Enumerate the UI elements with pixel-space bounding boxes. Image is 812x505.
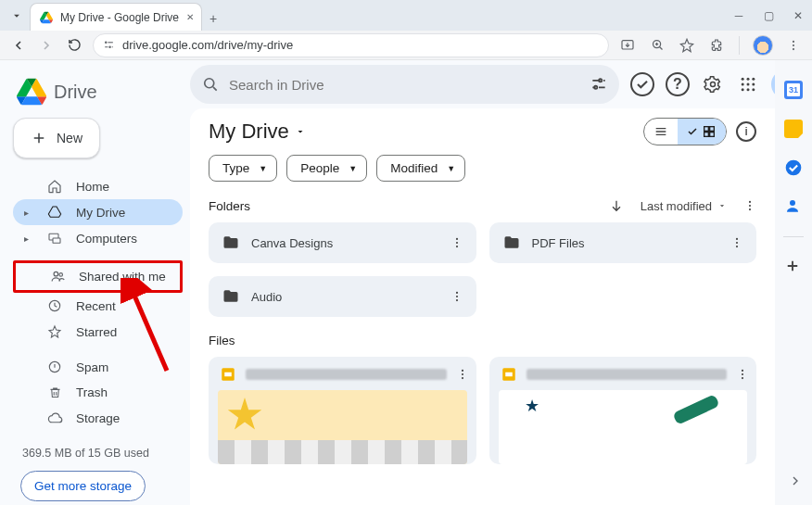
more-options-button[interactable] (743, 199, 756, 212)
folders-label: Folders (209, 199, 250, 213)
svg-point-48 (742, 373, 743, 375)
caret-down-icon: ▼ (447, 164, 455, 173)
grid-layout-button[interactable] (678, 119, 726, 145)
file-name-blurred (246, 369, 447, 380)
browser-toolbar: drive.google.com/drive/my-drive (0, 31, 812, 60)
browser-tab[interactable]: My Drive - Google Drive ✕ (30, 3, 202, 31)
drive-brand[interactable]: Drive (13, 69, 183, 118)
storage-text: 369.5 MB of 15 GB used (13, 443, 183, 471)
sort-direction-button[interactable] (609, 198, 624, 213)
folder-more-button[interactable] (725, 236, 749, 249)
chip-type[interactable]: Type▼ (209, 155, 277, 182)
rail-divider (783, 236, 804, 237)
folder-icon (222, 287, 240, 306)
nav-shared-with-me[interactable]: Shared with me (13, 260, 183, 293)
close-window-button[interactable]: ✕ (790, 9, 806, 22)
svg-point-42 (461, 370, 463, 372)
chrome-profile-avatar[interactable] (753, 35, 773, 56)
tasks-app-icon[interactable] (784, 158, 803, 177)
file-more-button[interactable] (456, 368, 469, 381)
svg-point-18 (742, 83, 744, 86)
back-button[interactable] (9, 36, 28, 55)
svg-rect-24 (704, 127, 709, 132)
caret-down-icon (295, 126, 306, 137)
page-title-dropdown[interactable]: My Drive (209, 120, 306, 144)
search-bar[interactable] (190, 65, 619, 104)
slides-icon (220, 366, 236, 383)
folder-name: PDF Files (532, 236, 715, 250)
sort-by-dropdown[interactable]: Last modified (641, 199, 727, 213)
nav-spam[interactable]: Spam (13, 354, 183, 380)
nav-storage[interactable]: Storage (13, 405, 183, 432)
folder-item[interactable]: PDF Files (489, 222, 757, 263)
chip-modified[interactable]: Modified▼ (376, 155, 465, 182)
search-input[interactable] (229, 77, 580, 93)
install-app-icon[interactable] (618, 36, 637, 55)
nav-computers[interactable]: ▸ Computers (13, 225, 183, 251)
maximize-button[interactable]: ▢ (760, 9, 777, 22)
svg-point-15 (742, 78, 744, 81)
svg-point-21 (742, 88, 744, 91)
nav-label: Storage (76, 411, 120, 425)
contacts-app-icon[interactable] (784, 197, 803, 216)
chip-people[interactable]: People▼ (286, 155, 367, 182)
chrome-menu-button[interactable] (784, 36, 803, 55)
svg-point-1 (109, 46, 110, 47)
extensions-icon[interactable] (707, 36, 726, 55)
nav-starred[interactable]: Starred (13, 319, 183, 345)
nav-trash[interactable]: Trash (13, 380, 183, 405)
site-info-icon[interactable] (103, 39, 115, 51)
folder-item[interactable]: Canva Designs (209, 222, 476, 263)
svg-point-38 (455, 296, 457, 297)
tab-title: My Drive - Google Drive (60, 11, 179, 24)
folder-more-button[interactable] (445, 236, 469, 249)
get-addons-icon[interactable] (784, 258, 803, 276)
side-panel-rail: 31 (775, 60, 812, 505)
details-button[interactable]: i (736, 121, 756, 142)
tab-list-button[interactable] (7, 6, 26, 25)
svg-point-30 (749, 208, 751, 210)
bookmark-icon[interactable] (678, 36, 696, 55)
ready-offline-icon[interactable] (630, 72, 654, 96)
folder-more-button[interactable] (445, 290, 469, 303)
new-button[interactable]: New (13, 118, 100, 158)
spam-icon (46, 360, 63, 374)
svg-point-23 (752, 88, 755, 91)
reload-button[interactable] (65, 36, 83, 55)
drive-favicon (40, 11, 53, 24)
svg-point-29 (749, 205, 751, 207)
folder-item[interactable]: Audio (209, 276, 476, 317)
page-title-text: My Drive (209, 120, 289, 144)
chevron-right-icon: ▸ (24, 208, 33, 218)
drive-app: Drive New Home ▸ My Drive ▸ Computers (0, 60, 812, 505)
hide-side-panel-button[interactable] (788, 473, 803, 488)
nav-recent[interactable]: Recent (13, 293, 183, 319)
close-tab-icon[interactable]: ✕ (186, 12, 194, 22)
forward-button[interactable] (37, 36, 56, 55)
nav-my-drive[interactable]: ▸ My Drive (13, 199, 183, 225)
nav-home[interactable]: Home (13, 173, 183, 199)
svg-point-33 (455, 246, 457, 247)
settings-icon[interactable] (701, 72, 725, 96)
folders-header: Folders Last modified (209, 193, 756, 222)
minimize-button[interactable]: ─ (730, 9, 747, 22)
file-item[interactable] (489, 357, 757, 464)
get-more-storage-button[interactable]: Get more storage (20, 471, 146, 501)
nav-label: Spam (76, 360, 108, 374)
keep-app-icon[interactable] (784, 120, 803, 138)
list-layout-button[interactable] (644, 119, 678, 145)
new-tab-button[interactable]: + (209, 11, 217, 26)
file-more-button[interactable] (736, 368, 749, 381)
nav-label: Shared with me (79, 270, 166, 284)
file-item[interactable] (209, 357, 476, 464)
calendar-app-icon[interactable]: 31 (784, 81, 803, 99)
apps-grid-icon[interactable] (736, 72, 760, 96)
support-icon[interactable]: ? (666, 72, 690, 96)
zoom-icon[interactable] (648, 36, 666, 55)
drive-logo-icon (17, 77, 46, 107)
search-options-icon[interactable] (590, 75, 608, 94)
nav-list: Home ▸ My Drive ▸ Computers Shared with … (13, 173, 183, 432)
svg-point-17 (752, 78, 755, 81)
svg-rect-8 (53, 238, 60, 243)
url-bar[interactable]: drive.google.com/drive/my-drive (93, 33, 609, 57)
